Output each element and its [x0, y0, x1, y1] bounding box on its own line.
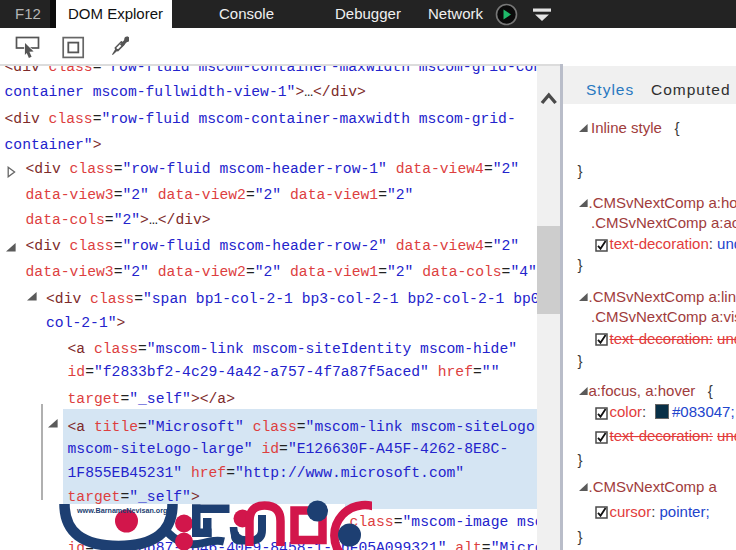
svg-text:www.BarnameNevisan.org: www.BarnameNevisan.org — [76, 506, 167, 515]
